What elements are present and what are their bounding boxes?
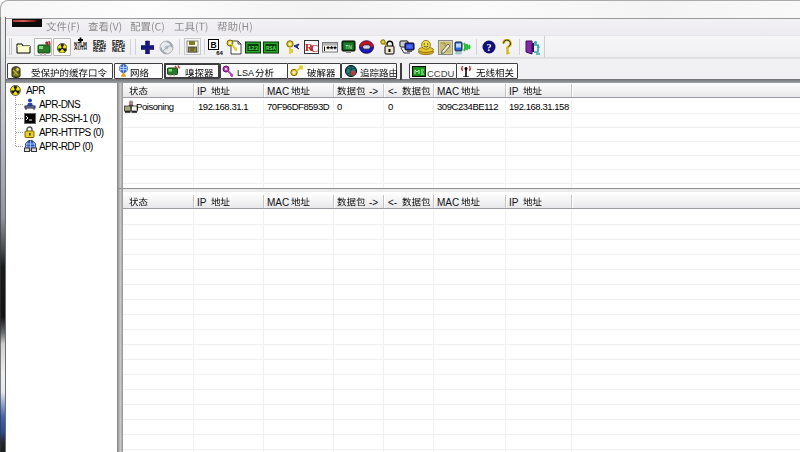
svg-text:?: ? (487, 42, 492, 53)
svg-text:RESET: RESET (93, 48, 106, 53)
svg-text:64: 64 (216, 50, 223, 56)
svg-text:C: C (311, 42, 319, 54)
svg-text:TN: TN (345, 44, 352, 50)
svg-text:AUTH: AUTH (74, 46, 88, 51)
svg-text:NILE: NILE (112, 48, 125, 53)
svg-text:(: ( (461, 65, 463, 70)
svg-text:B: B (210, 40, 216, 50)
svg-text:123: 123 (248, 45, 259, 52)
svg-text:): ) (470, 65, 472, 70)
svg-text:***: *** (326, 44, 337, 54)
svg-text:RSA: RSA (266, 45, 277, 52)
